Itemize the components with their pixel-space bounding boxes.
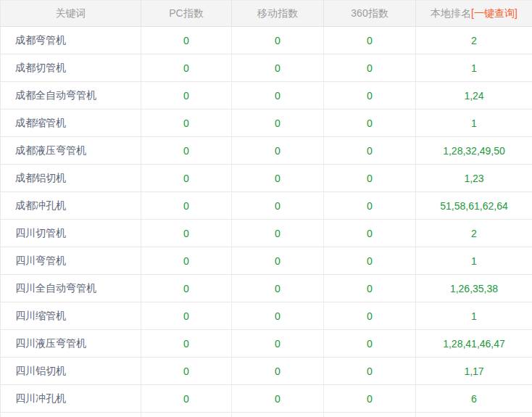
mobile-index-cell bbox=[232, 413, 324, 417]
360-index-cell: 0 bbox=[324, 302, 416, 330]
table-row: 四川铝切机 0 0 0 1,17 bbox=[1, 358, 532, 385]
local-rank-cell: 1,26,35,38 bbox=[416, 275, 532, 302]
table-body: 成都弯管机 0 0 0 2 成都切管机 0 0 0 1 成都全自动弯管机 0 0… bbox=[1, 27, 532, 417]
local-rank-cell: 1 bbox=[416, 110, 532, 137]
pc-index-cell: 0 bbox=[141, 137, 232, 165]
mobile-index-cell: 0 bbox=[232, 330, 324, 358]
local-rank-cell: 1,23 bbox=[416, 165, 532, 192]
partial-row bbox=[1, 413, 532, 417]
keyword-cell: 成都液压弯管机 bbox=[1, 137, 141, 165]
keyword-cell: 四川液压弯管机 bbox=[1, 330, 141, 358]
table-row: 四川全自动弯管机 0 0 0 1,26,35,38 bbox=[1, 275, 532, 302]
local-rank-cell: 1 bbox=[416, 247, 532, 275]
column-header-360-index: 360指数 bbox=[324, 1, 416, 27]
table-row: 四川冲孔机 0 0 0 6 bbox=[1, 385, 532, 413]
column-header-local-rank: 本地排名[一键查询] bbox=[416, 1, 532, 27]
one-click-query-link[interactable]: [一键查询] bbox=[471, 7, 518, 19]
local-rank-cell: 1 bbox=[416, 302, 532, 330]
keyword-cell: 成都全自动弯管机 bbox=[1, 82, 141, 110]
360-index-cell: 0 bbox=[324, 358, 416, 385]
table-row: 四川缩管机 0 0 0 1 bbox=[1, 302, 532, 330]
360-index-cell: 0 bbox=[324, 220, 416, 247]
local-rank-cell: 6 bbox=[416, 385, 532, 413]
table-header: 关键词 PC指数 移动指数 360指数 本地排名[一键查询] bbox=[1, 1, 532, 27]
column-header-pc-index: PC指数 bbox=[141, 1, 232, 27]
mobile-index-cell: 0 bbox=[232, 165, 324, 192]
local-rank-cell: 1,28,41,46,47 bbox=[416, 330, 532, 358]
keyword-rank-panel: 关键词 PC指数 移动指数 360指数 本地排名[一键查询] 成都弯管机 0 0… bbox=[0, 0, 532, 417]
local-rank-cell: 51,58,61,62,64 bbox=[416, 192, 532, 220]
360-index-cell: 0 bbox=[324, 385, 416, 413]
local-rank-cell: 1,24 bbox=[416, 82, 532, 110]
table-row: 成都液压弯管机 0 0 0 1,28,32,49,50 bbox=[1, 137, 532, 165]
table-row: 成都全自动弯管机 0 0 0 1,24 bbox=[1, 82, 532, 110]
header-row: 关键词 PC指数 移动指数 360指数 本地排名[一键查询] bbox=[1, 1, 532, 27]
pc-index-cell: 0 bbox=[141, 330, 232, 358]
keyword-cell: 成都缩管机 bbox=[1, 110, 141, 137]
local-rank-cell: 2 bbox=[416, 27, 532, 54]
table-row: 成都缩管机 0 0 0 1 bbox=[1, 110, 532, 137]
local-rank-cell: 1 bbox=[416, 54, 532, 82]
keyword-cell: 四川切管机 bbox=[1, 220, 141, 247]
table-row: 四川液压弯管机 0 0 0 1,28,41,46,47 bbox=[1, 330, 532, 358]
local-rank-cell: 1,17 bbox=[416, 358, 532, 385]
keyword-rank-table: 关键词 PC指数 移动指数 360指数 本地排名[一键查询] 成都弯管机 0 0… bbox=[0, 0, 532, 417]
360-index-cell: 0 bbox=[324, 330, 416, 358]
keyword-cell: 成都冲孔机 bbox=[1, 192, 141, 220]
360-index-cell: 0 bbox=[324, 110, 416, 137]
table-row: 成都冲孔机 0 0 0 51,58,61,62,64 bbox=[1, 192, 532, 220]
keyword-cell: 成都弯管机 bbox=[1, 27, 141, 54]
local-rank-cell: 1,28,32,49,50 bbox=[416, 137, 532, 165]
keyword-cell bbox=[1, 413, 141, 417]
mobile-index-cell: 0 bbox=[232, 385, 324, 413]
pc-index-cell: 0 bbox=[141, 247, 232, 275]
pc-index-cell: 0 bbox=[141, 275, 232, 302]
mobile-index-cell: 0 bbox=[232, 220, 324, 247]
pc-index-cell: 0 bbox=[141, 82, 232, 110]
table-row: 成都铝切机 0 0 0 1,23 bbox=[1, 165, 532, 192]
pc-index-cell: 0 bbox=[141, 220, 232, 247]
360-index-cell: 0 bbox=[324, 54, 416, 82]
360-index-cell: 0 bbox=[324, 137, 416, 165]
360-index-cell: 0 bbox=[324, 247, 416, 275]
pc-index-cell: 0 bbox=[141, 165, 232, 192]
360-index-cell: 0 bbox=[324, 192, 416, 220]
pc-index-cell: 0 bbox=[141, 110, 232, 137]
pc-index-cell: 0 bbox=[141, 27, 232, 54]
pc-index-cell: 0 bbox=[141, 192, 232, 220]
keyword-cell: 四川铝切机 bbox=[1, 358, 141, 385]
pc-index-cell: 0 bbox=[141, 385, 232, 413]
360-index-cell bbox=[324, 413, 416, 417]
mobile-index-cell: 0 bbox=[232, 110, 324, 137]
local-rank-label: 本地排名 bbox=[431, 7, 471, 19]
keyword-cell: 四川冲孔机 bbox=[1, 385, 141, 413]
local-rank-cell bbox=[416, 413, 532, 417]
table-row: 成都切管机 0 0 0 1 bbox=[1, 54, 532, 82]
360-index-cell: 0 bbox=[324, 82, 416, 110]
table-row: 四川切管机 0 0 0 2 bbox=[1, 220, 532, 247]
mobile-index-cell: 0 bbox=[232, 54, 324, 82]
mobile-index-cell: 0 bbox=[232, 275, 324, 302]
keyword-cell: 四川弯管机 bbox=[1, 247, 141, 275]
keyword-cell: 成都切管机 bbox=[1, 54, 141, 82]
table-row: 四川弯管机 0 0 0 1 bbox=[1, 247, 532, 275]
keyword-cell: 四川缩管机 bbox=[1, 302, 141, 330]
360-index-cell: 0 bbox=[324, 275, 416, 302]
pc-index-cell: 0 bbox=[141, 358, 232, 385]
pc-index-cell: 0 bbox=[141, 54, 232, 82]
pc-index-cell bbox=[141, 413, 232, 417]
column-header-mobile-index: 移动指数 bbox=[232, 1, 324, 27]
keyword-cell: 成都铝切机 bbox=[1, 165, 141, 192]
mobile-index-cell: 0 bbox=[232, 358, 324, 385]
mobile-index-cell: 0 bbox=[232, 192, 324, 220]
360-index-cell: 0 bbox=[324, 165, 416, 192]
table-row: 成都弯管机 0 0 0 2 bbox=[1, 27, 532, 54]
local-rank-cell: 2 bbox=[416, 220, 532, 247]
keyword-cell: 四川全自动弯管机 bbox=[1, 275, 141, 302]
mobile-index-cell: 0 bbox=[232, 247, 324, 275]
mobile-index-cell: 0 bbox=[232, 137, 324, 165]
360-index-cell: 0 bbox=[324, 27, 416, 54]
mobile-index-cell: 0 bbox=[232, 302, 324, 330]
pc-index-cell: 0 bbox=[141, 302, 232, 330]
mobile-index-cell: 0 bbox=[232, 27, 324, 54]
